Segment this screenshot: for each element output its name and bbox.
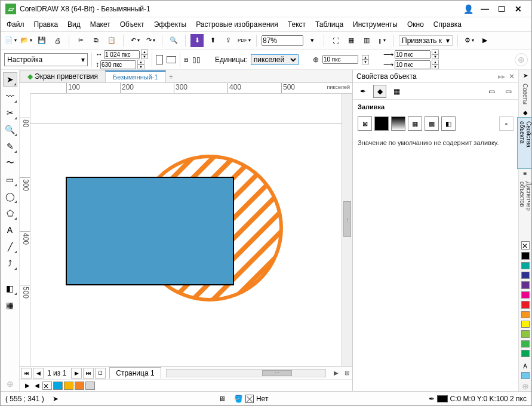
- width-spinner[interactable]: ▲▼: [141, 50, 148, 59]
- fill-texture-button[interactable]: ▩: [425, 116, 439, 131]
- pal-sw-11[interactable]: [521, 372, 530, 379]
- menu-text[interactable]: Текст: [288, 20, 306, 29]
- zoom-dropdown[interactable]: ▾: [306, 34, 319, 47]
- next-page-button[interactable]: ▶: [71, 368, 82, 379]
- nudge-spinner[interactable]: ▲▼: [362, 55, 369, 64]
- units-dropdown[interactable]: пикселей: [251, 54, 299, 65]
- parallel-dim-tool[interactable]: ╱: [3, 239, 17, 254]
- menu-edit[interactable]: Правка: [34, 20, 59, 29]
- nudge-input[interactable]: [322, 55, 358, 64]
- snap-to-dropdown[interactable]: Привязать к▾: [399, 35, 453, 46]
- menu-layout[interactable]: Макет: [90, 20, 110, 29]
- last-page-button[interactable]: ⏭: [83, 368, 94, 379]
- no-fill-indicator[interactable]: [245, 395, 254, 403]
- doc-swatch-4[interactable]: [85, 382, 95, 390]
- drop-shadow-tool[interactable]: ◧: [3, 281, 17, 296]
- open-button[interactable]: [20, 34, 33, 47]
- menu-window[interactable]: Окно: [407, 20, 424, 29]
- side-tab-object-manager[interactable]: Диспетчер объектов: [518, 178, 532, 234]
- shape-tool[interactable]: 〰: [3, 89, 17, 103]
- drawing-canvas[interactable]: [30, 94, 342, 366]
- redo-button[interactable]: [144, 34, 157, 47]
- pal-sw-5[interactable]: [521, 301, 530, 308]
- horizontal-scrollbar[interactable]: ⋯: [166, 369, 326, 377]
- vscroll-thumb[interactable]: ⋮: [343, 201, 351, 237]
- fill-none-button[interactable]: ⊠: [358, 116, 372, 131]
- height-spinner[interactable]: ▲▼: [137, 60, 144, 69]
- first-page-button[interactable]: ⏮: [21, 368, 32, 379]
- publish-button[interactable]: ⇪: [222, 34, 235, 47]
- landscape-button[interactable]: [167, 56, 176, 63]
- tab-fill-icon[interactable]: ◆: [373, 85, 386, 98]
- outline-pen-icon[interactable]: ✒: [429, 395, 435, 403]
- doc-swatch-1[interactable]: [53, 382, 63, 390]
- dup-y-spinner[interactable]: ▲▼: [432, 60, 439, 69]
- pal-sw-3[interactable]: [521, 281, 530, 288]
- crop-tool[interactable]: ✂: [3, 106, 17, 120]
- palette-prev[interactable]: ▶: [23, 382, 32, 389]
- save-button[interactable]: [35, 34, 48, 47]
- pick-tool[interactable]: ➤: [3, 72, 17, 87]
- fill-pattern-button[interactable]: ▦: [408, 116, 422, 131]
- tab-outline-icon[interactable]: ✒: [356, 85, 370, 98]
- dup-x-spinner[interactable]: ▲▼: [432, 50, 439, 59]
- text-tool[interactable]: A: [3, 223, 17, 237]
- grid-button[interactable]: ▥: [360, 34, 373, 47]
- new-tab-button[interactable]: +: [165, 72, 177, 82]
- fill-fountain-button[interactable]: [391, 116, 405, 131]
- zoom-tool[interactable]: 🔍: [3, 122, 17, 137]
- prev-page-button[interactable]: ◀: [33, 368, 44, 379]
- undo-button[interactable]: [128, 34, 142, 47]
- dup-x-input[interactable]: [395, 50, 430, 59]
- nav-extra-button[interactable]: ⊞: [342, 368, 352, 379]
- menu-effects[interactable]: Эффекты: [154, 20, 187, 29]
- user-icon[interactable]: 👤: [460, 3, 476, 15]
- horizontal-ruler[interactable]: 100 200 300 400 500 пикселей: [30, 83, 352, 94]
- color-proof-icon[interactable]: 🖥: [219, 395, 226, 403]
- tab-transparency-icon[interactable]: ▦: [390, 85, 403, 98]
- side-diamond-icon[interactable]: ◆: [523, 109, 528, 116]
- menu-object[interactable]: Объект: [120, 20, 144, 29]
- pdf-button[interactable]: [237, 34, 251, 47]
- polygon-tool[interactable]: ⬠: [3, 206, 17, 220]
- vertical-ruler[interactable]: 80 300 400 500: [20, 94, 30, 366]
- menu-bitmaps[interactable]: Растровые изображения: [196, 20, 278, 29]
- pal-sw-0[interactable]: [521, 252, 530, 259]
- tab-view1-button[interactable]: ▭: [485, 85, 498, 98]
- outline-color-indicator[interactable]: [437, 395, 448, 402]
- import-button[interactable]: ⬇: [190, 34, 204, 47]
- pal-sw-9[interactable]: [521, 340, 530, 347]
- docker-close-button[interactable]: ✕: [509, 72, 515, 81]
- tab-welcome[interactable]: ◆ Экран приветствия: [20, 70, 106, 82]
- toolbox-expand-button[interactable]: ⊕: [3, 377, 17, 391]
- pal-text-icon[interactable]: A: [523, 363, 527, 370]
- pal-sw-2[interactable]: [521, 272, 530, 279]
- side-layers-icon[interactable]: ≡: [524, 170, 527, 177]
- pal-sw-10[interactable]: [521, 350, 530, 357]
- menu-tools[interactable]: Инструменты: [353, 20, 398, 29]
- rectangle-tool[interactable]: ▭: [3, 173, 17, 187]
- pal-none[interactable]: ✕: [521, 241, 530, 250]
- dup-y-input[interactable]: [395, 60, 430, 69]
- close-button[interactable]: ✕: [510, 3, 527, 15]
- add-page-button[interactable]: 🗋: [95, 368, 106, 379]
- page-height-input[interactable]: [100, 60, 136, 69]
- all-pages-button[interactable]: ⧈: [184, 56, 189, 64]
- menu-table[interactable]: Таблица: [315, 20, 343, 29]
- transparency-tool[interactable]: ▦: [3, 298, 17, 312]
- doc-swatch-none[interactable]: ✕: [42, 382, 52, 390]
- doc-swatch-2[interactable]: [64, 382, 73, 390]
- current-page-button[interactable]: ▯▯: [192, 56, 201, 64]
- fill-postscript-button[interactable]: ◧: [441, 116, 456, 131]
- export-button[interactable]: ⬆: [206, 34, 219, 47]
- zoom-level-input[interactable]: [262, 35, 303, 46]
- side-add-button[interactable]: ⊕: [522, 382, 529, 391]
- vertical-scrollbar[interactable]: ⋮: [342, 94, 352, 366]
- new-button[interactable]: [4, 34, 17, 47]
- fill-options-button[interactable]: ▫: [499, 116, 513, 131]
- fullscreen-button[interactable]: ⛶: [329, 34, 342, 47]
- docker-expand-icon[interactable]: ▸▸: [498, 72, 505, 81]
- cut-button[interactable]: [74, 34, 87, 47]
- rulers-button[interactable]: ▦: [345, 34, 358, 47]
- page-preset-combo[interactable]: Настройка▾: [4, 53, 88, 66]
